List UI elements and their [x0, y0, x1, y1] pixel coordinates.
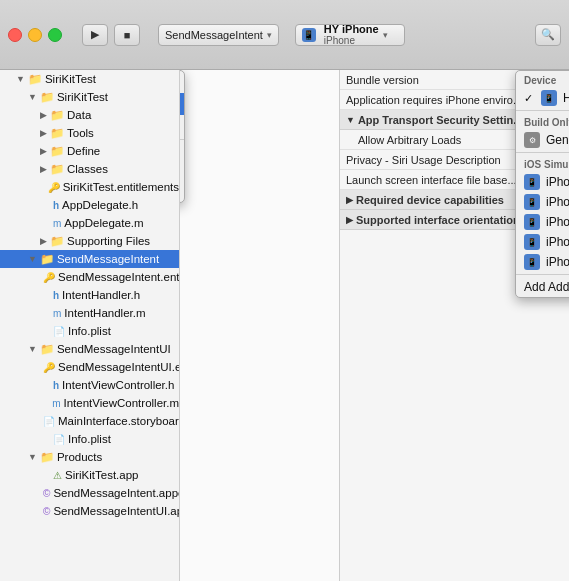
sidebar-label: Classes	[67, 163, 108, 175]
sidebar-item-sendmsgui-entitlements[interactable]: 🔑 SendMessageIntentUI.entitlements	[0, 358, 179, 376]
m-file-icon: m	[52, 398, 60, 409]
sidebar-label: SiriKitTest	[57, 91, 108, 103]
sidebar-item-intenthandler-h[interactable]: h IntentHandler.h	[0, 286, 179, 304]
device-separator	[516, 110, 569, 111]
sidebar-label: Info.plist	[68, 325, 111, 337]
minimize-button[interactable]	[28, 28, 42, 42]
simulator-icon: 📱	[524, 214, 540, 230]
device-item-label: iPhone SE	[546, 255, 569, 269]
sidebar-item-define[interactable]: ▶ 📁 Define	[0, 142, 179, 160]
device-separator	[516, 152, 569, 153]
content-area: Bundle version ▴ ▾ Application requires …	[180, 70, 569, 581]
sidebar-item-sirikit-app[interactable]: ⚠ SiriKitTest.app	[0, 466, 179, 484]
scheme-action-new[interactable]: New Scheme...	[180, 162, 184, 182]
device-item-label: iPhone 6	[546, 195, 569, 209]
settings-label: Supported interface orientations	[356, 214, 526, 226]
sidebar-item-supporting-files[interactable]: ▶ 📁 Supporting Files	[0, 232, 179, 250]
sidebar-item-appdelegate-m[interactable]: m AppDelegate.m	[0, 214, 179, 232]
sidebar-item-products-group[interactable]: ▼ 📁 Products	[0, 448, 179, 466]
simulators-header: iOS Simulators	[516, 155, 569, 172]
triangle-icon: ▶	[40, 146, 47, 156]
folder-icon: 📁	[50, 108, 64, 122]
main-area: ▼ 📁 SiriKitTest ▼ 📁 SiriKitTest ▶ 📁 Data…	[0, 70, 569, 581]
entitlements-icon: 🔑	[48, 182, 60, 193]
plist-icon: 📄	[53, 326, 65, 337]
device-name-label: HY iPhone	[324, 23, 379, 35]
sidebar-item-entitlements-main[interactable]: 🔑 SiriKitTest.entitlements	[0, 178, 179, 196]
folder-icon: 📁	[50, 234, 64, 248]
device-item-label: iPhone 7	[546, 215, 569, 229]
sidebar-item-sendmessageintentui-group[interactable]: ▼ 📁 SendMessageIntentUI	[0, 340, 179, 358]
sidebar-label: IntentViewController.h	[62, 379, 174, 391]
sidebar-item-sirikit-root[interactable]: ▼ 📁 SiriKitTest	[0, 70, 179, 88]
close-button[interactable]	[8, 28, 22, 42]
scheme-separator	[180, 139, 184, 140]
appex-icon: ©	[43, 488, 50, 499]
triangle-icon: ▼	[28, 344, 37, 354]
scheme-item-sirikittest[interactable]: ◉ SiriKitTest ▶	[180, 71, 184, 93]
device-item-hy-iphone[interactable]: 📱 HY iPhone	[516, 88, 569, 108]
sidebar-item-tools[interactable]: ▶ 📁 Tools	[0, 124, 179, 142]
sidebar-item-info-plist-2[interactable]: 📄 Info.plist	[0, 430, 179, 448]
search-button[interactable]: 🔍	[535, 24, 561, 46]
sidebar-label: AppDelegate.m	[64, 217, 143, 229]
sidebar-label: SendMessageIntent	[57, 253, 159, 265]
sidebar-item-sendmsgui-appex[interactable]: © SendMessageIntentUI.appex	[0, 502, 179, 520]
device-item-iphone7[interactable]: 📱 iPhone 7	[516, 212, 569, 232]
sidebar-item-sendmessageintent-group[interactable]: ▼ 📁 SendMessageIntent	[0, 250, 179, 268]
triangle-icon: ▶	[40, 236, 47, 246]
toolbar: ▶ ■ SendMessageIntent ▾ 📱 HY iPhone iPho…	[0, 0, 569, 70]
sidebar-item-intenthandler-m[interactable]: m IntentHandler.m	[0, 304, 179, 322]
sidebar-item-intentviewcontroller-m[interactable]: m IntentViewController.m	[0, 394, 179, 412]
sidebar-item-intentviewcontroller-h[interactable]: h IntentViewController.h	[0, 376, 179, 394]
scheme-action-manage[interactable]: Manage Schemes...	[180, 182, 184, 202]
settings-label: Allow Arbitrary Loads	[346, 134, 461, 146]
sidebar-item-data[interactable]: ▶ 📁 Data	[0, 106, 179, 124]
triangle-icon: ▼	[16, 74, 25, 84]
scheme-item-sendmessageintent[interactable]: ⓘ SendMessageIntent ▶	[180, 93, 184, 115]
device-item-generic-ios[interactable]: ⚙ Generic iOS Device	[516, 130, 569, 150]
device-chevron-icon: ▾	[383, 30, 388, 40]
device-selector[interactable]: 📱 HY iPhone iPhone ▾	[295, 24, 405, 46]
sidebar-item-classes[interactable]: ▶ 📁 Classes	[0, 160, 179, 178]
maximize-button[interactable]	[48, 28, 62, 42]
triangle-icon: ▼	[28, 254, 37, 264]
device-item-iphone4s[interactable]: 📱 iPhone 4s	[516, 172, 569, 192]
add-simulators-label: Add Additional Simulators...	[524, 280, 569, 294]
folder-icon: 📁	[50, 162, 64, 176]
scheme-action-edit[interactable]: Edit Scheme...	[180, 142, 184, 162]
sidebar-item-sendmsg-appex[interactable]: © SendMessageIntent.appex	[0, 484, 179, 502]
settings-label: Application requires iPhone enviro...	[346, 94, 522, 106]
settings-label: Bundle version	[346, 74, 419, 86]
folder-icon: 📁	[40, 90, 54, 104]
simulator-icon: 📱	[524, 194, 540, 210]
run-button[interactable]: ▶	[82, 24, 108, 46]
simulator-icon: 📱	[524, 174, 540, 190]
h-file-icon: h	[53, 200, 59, 211]
stop-button[interactable]: ■	[114, 24, 140, 46]
scheme-selector[interactable]: SendMessageIntent ▾	[158, 24, 279, 46]
sidebar-item-maininterface-storyboard[interactable]: 📄 MainInterface.storyboard	[0, 412, 179, 430]
chevron-down-icon: ▾	[267, 30, 272, 40]
folder-icon: 📁	[50, 126, 64, 140]
sidebar[interactable]: ▼ 📁 SiriKitTest ▼ 📁 SiriKitTest ▶ 📁 Data…	[0, 70, 180, 581]
device-item-iphone7plus[interactable]: 📱 iPhone 7 Plus	[516, 232, 569, 252]
add-simulators-button[interactable]: Add Additional Simulators...	[516, 277, 569, 297]
triangle-icon: ▶	[40, 128, 47, 138]
h-file-icon: h	[53, 380, 59, 391]
sidebar-item-sendmsg-entitlements[interactable]: 🔑 SendMessageIntent.entitlements	[0, 268, 179, 286]
device-dropdown[interactable]: Device 📱 HY iPhone Build Only Device ⚙ G…	[515, 70, 569, 298]
device-item-label: iPhone 4s	[546, 175, 569, 189]
device-item-iphonese[interactable]: 📱 iPhone SE	[516, 252, 569, 272]
scheme-name-label: SendMessageIntent	[165, 29, 263, 41]
device-phone-icon: 📱	[541, 90, 557, 106]
scheme-dropdown[interactable]: ◉ SiriKitTest ▶ ⓘ SendMessageIntent ▶ ◉ …	[180, 70, 185, 203]
sidebar-label: SendMessageIntentUI.appex	[53, 505, 180, 517]
search-icon: 🔍	[541, 28, 555, 41]
device-item-iphone6[interactable]: 📱 iPhone 6	[516, 192, 569, 212]
scheme-item-sendmessageintentui[interactable]: ◉ SendMessageIntentUI	[180, 115, 184, 137]
sidebar-item-sirikit-test[interactable]: ▼ 📁 SiriKitTest	[0, 88, 179, 106]
sidebar-item-info-plist-1[interactable]: 📄 Info.plist	[0, 322, 179, 340]
sidebar-label: SendMessageIntentUI.entitlements	[58, 361, 180, 373]
sidebar-item-appdelegate-h[interactable]: h AppDelegate.h	[0, 196, 179, 214]
